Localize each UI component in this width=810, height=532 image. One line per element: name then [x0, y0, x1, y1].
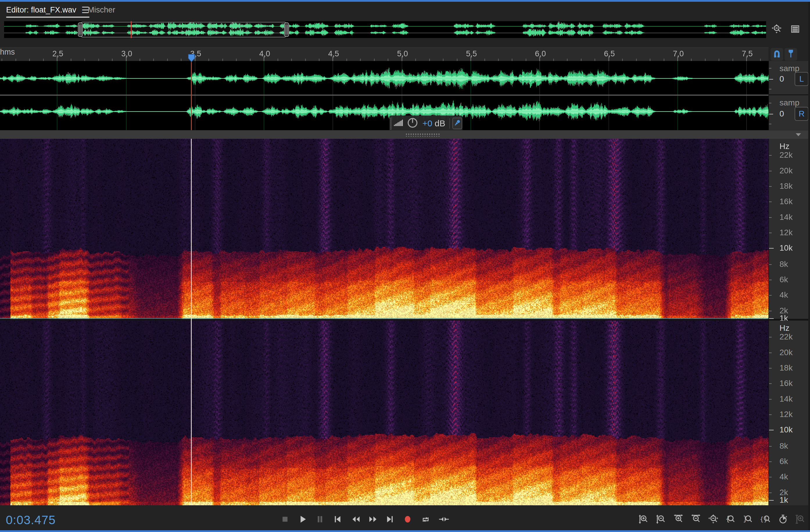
frequency-tick-label: 4k [779, 472, 788, 481]
frequency-scale-left[interactable]: Hz22k20k18k16k14k12k10k8k6k4k2k1k [768, 139, 810, 319]
playhead-line-waveform[interactable] [191, 61, 192, 130]
marker-icon [786, 49, 796, 60]
gain-knob-icon[interactable] [407, 117, 418, 130]
loop-playback-button[interactable] [418, 513, 433, 527]
frequency-tick-label: 16k [779, 379, 793, 388]
active-tab-underline [6, 17, 90, 18]
tab-mischer[interactable]: Mischer [88, 2, 115, 18]
magnet-icon [772, 49, 782, 60]
spectrogram-right-channel[interactable] [0, 320, 768, 505]
rewind-icon [351, 514, 361, 525]
frequency-tick-label: 14k [779, 394, 793, 404]
channel-L-button[interactable]: L [795, 72, 809, 86]
ruler-tick-label: 2,5 [52, 49, 63, 59]
zoom-in-horizontal-button[interactable] [671, 513, 686, 527]
panel-list-button[interactable] [788, 22, 803, 37]
timer-icon [778, 514, 788, 526]
frequency-tick-label: 12k [779, 410, 793, 419]
ruler-tick-label: 6,0 [535, 49, 546, 59]
overview-playhead-line [131, 21, 132, 38]
gain-unit: dB [435, 118, 446, 128]
fast-forward-button[interactable] [366, 513, 380, 527]
frequency-tick-label: 22k [779, 332, 793, 342]
frequency-tick-label: 6k [779, 457, 788, 466]
playhead-time-display[interactable]: 0:03.475 [6, 513, 56, 527]
spectrogram-left-channel[interactable] [0, 139, 768, 319]
timer-button[interactable] [776, 513, 790, 527]
frequency-scale-right[interactable]: Hz22k20k18k16k14k12k10k8k6k4k2k1k [768, 320, 810, 505]
frequency-tick-label: 8k [779, 260, 788, 269]
overview-viewport-box[interactable] [80, 22, 287, 37]
zoom-selection-button[interactable]: {} [758, 513, 773, 527]
skip-selection-icon [438, 514, 450, 525]
ruler-tick-label: 4,0 [259, 49, 270, 59]
frequency-unit-label: Hz [779, 142, 789, 151]
record-icon [403, 514, 412, 525]
zoom-in-horizontal-icon [673, 514, 684, 526]
zoom-out-point-icon: } [743, 514, 754, 526]
snap-toggle-button[interactable] [771, 48, 783, 61]
frequency-tick-label: 22k [779, 150, 793, 160]
amplitude-scale-right[interactable]: samp 0 R [768, 95, 810, 130]
playhead-marker[interactable] [188, 54, 195, 63]
splitter-grip[interactable] [405, 133, 440, 136]
add-marker-button[interactable] [784, 48, 797, 61]
frequency-tick-label: 14k [779, 213, 793, 222]
rewind-button[interactable] [349, 513, 363, 527]
waveform-display[interactable] [0, 61, 768, 130]
amplitude-zero-label: 0 [779, 74, 784, 84]
pause-button[interactable] [313, 513, 327, 527]
frequency-tick-label: 20k [779, 166, 793, 176]
tab-bar: Editor: float_FX.wav ☰ Mischer [0, 2, 810, 18]
frequency-tick-label: 12k [779, 228, 793, 237]
zoom-in-vertical-icon [638, 514, 649, 526]
ruler-tick-label: 7,0 [673, 49, 684, 59]
playhead-line-spectral[interactable] [191, 139, 192, 505]
zoom-out-full-button[interactable] [769, 22, 784, 37]
zoom-out-horizontal-button[interactable] [688, 513, 703, 527]
skip-selection-button[interactable] [437, 513, 451, 527]
ruler-tick-label: 6,5 [604, 49, 615, 59]
viewport-right-handle[interactable] [284, 22, 289, 37]
tab-editor[interactable]: Editor: float_FX.wav ☰ [6, 2, 90, 18]
zoom-in-point-button[interactable]: { [724, 513, 738, 527]
timeline-ruler[interactable]: hms 2,53,03,54,04,55,05,56,06,57,07,5 [0, 47, 768, 61]
collapse-arrow-icon[interactable] [796, 133, 801, 136]
skip-to-end-button[interactable] [383, 513, 397, 527]
wave-spectral-splitter[interactable] [0, 130, 810, 139]
zoom-full-vertical-button[interactable] [793, 513, 808, 527]
frequency-tick-label: 18k [779, 182, 793, 191]
ruler-tick-label: 3,0 [122, 49, 132, 59]
zoom-in-vertical-button[interactable] [636, 513, 651, 527]
frequency-tick-label: 18k [779, 363, 793, 372]
zoom-selection-icon: {} [760, 514, 771, 526]
zoom-reset-button[interactable] [706, 513, 720, 527]
stop-button[interactable] [278, 513, 292, 527]
channel-R-button[interactable]: R [795, 107, 809, 121]
ruler-tick-label: 5,5 [466, 49, 477, 59]
zoom-out-vertical-button[interactable] [654, 513, 668, 527]
amplitude-scale-left[interactable]: samp 0 L [768, 61, 810, 95]
hud-pin-button[interactable] [452, 118, 462, 129]
hud-drag-handle[interactable] [390, 117, 392, 130]
amplitude-unit-label: samp [779, 98, 799, 107]
viewport-left-handle[interactable] [78, 22, 83, 37]
record-button[interactable] [400, 513, 415, 527]
volume-bars-icon [393, 118, 403, 128]
play-button[interactable] [295, 513, 310, 527]
zoom-in-point-icon: { [726, 514, 736, 526]
panel-right-edge [808, 2, 810, 530]
skip-to-start-icon [333, 514, 342, 525]
volume-hud[interactable]: +0 dB [389, 116, 463, 131]
zoom-out-vertical-icon [656, 514, 666, 526]
zoom-out-point-button[interactable]: } [741, 513, 756, 527]
amplitude-zero-label: 0 [779, 109, 784, 118]
zoom-out-full-icon [771, 24, 782, 35]
zoom-out-horizontal-icon [691, 514, 701, 526]
panel-list-icon [789, 24, 801, 35]
gain-value[interactable]: +0 [422, 118, 432, 128]
zoom-full-vertical-icon [795, 514, 806, 526]
frequency-tick-label: 10k [779, 243, 793, 253]
skip-to-start-button[interactable] [330, 513, 345, 527]
frequency-tick-label: 20k [779, 348, 793, 357]
